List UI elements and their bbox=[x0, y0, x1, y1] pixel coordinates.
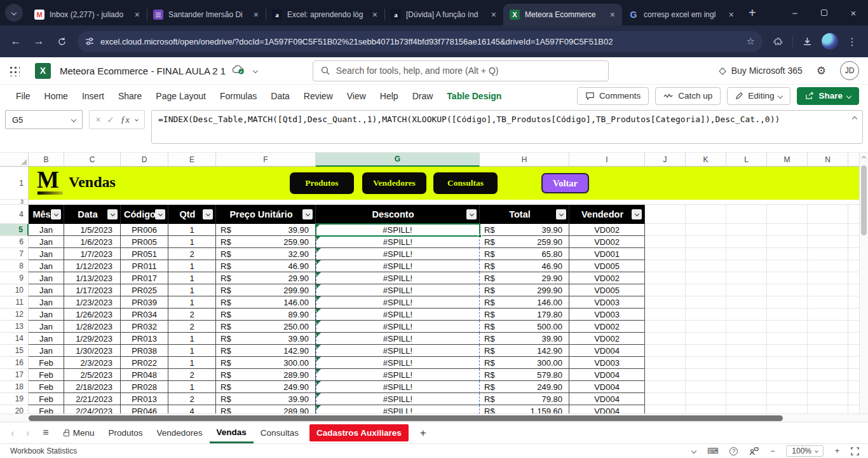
insert-function-icon[interactable]: ƒx bbox=[121, 114, 130, 125]
cell-vendedor[interactable]: VD005 bbox=[569, 260, 645, 272]
browser-tab[interactable]: Gcorresp excel em ingl× bbox=[622, 4, 741, 25]
empty-cell[interactable] bbox=[645, 381, 686, 393]
row-header-12[interactable]: 12 bbox=[0, 309, 29, 321]
empty-cell[interactable] bbox=[808, 321, 848, 333]
app-launcher-icon[interactable] bbox=[9, 66, 20, 76]
cell-codigo[interactable]: PR032 bbox=[121, 321, 168, 333]
cell-vendedor[interactable]: VD005 bbox=[569, 284, 645, 296]
cell-mes[interactable]: Jan bbox=[29, 236, 64, 248]
cell-total[interactable]: R$179.80 bbox=[480, 309, 569, 321]
row-header-9[interactable]: 9 bbox=[0, 272, 29, 284]
empty-cell[interactable] bbox=[645, 309, 686, 321]
filter-button-preco[interactable] bbox=[302, 209, 313, 219]
row-header-18[interactable]: 18 bbox=[0, 381, 29, 393]
zoom-in-button[interactable]: + bbox=[835, 447, 839, 455]
select-all-corner[interactable] bbox=[0, 153, 29, 167]
column-header-L[interactable]: L bbox=[726, 153, 767, 167]
sheet-tab-vendedores[interactable]: Vendedores bbox=[150, 422, 210, 443]
workbook-statistics-button[interactable]: Workbook Statistics bbox=[10, 447, 77, 455]
empty-cell[interactable] bbox=[808, 260, 848, 272]
empty-cell[interactable] bbox=[645, 357, 686, 369]
empty-cell[interactable] bbox=[686, 309, 726, 321]
cell-preco[interactable]: R$39.90 bbox=[216, 224, 316, 236]
table-header-vendedor[interactable]: Vendedor bbox=[569, 205, 645, 224]
table-header-data[interactable]: Data bbox=[64, 205, 121, 224]
empty-cell[interactable] bbox=[726, 345, 767, 357]
empty-cell[interactable] bbox=[726, 309, 767, 321]
cell-data[interactable]: 1/6/2023 bbox=[64, 236, 121, 248]
cell-total[interactable]: R$299.90 bbox=[480, 284, 569, 296]
row-header-20[interactable]: 20 bbox=[0, 405, 29, 413]
column-header-E[interactable]: E bbox=[168, 153, 216, 167]
cell-total[interactable]: R$65.80 bbox=[480, 248, 569, 260]
cell-data[interactable]: 2/21/2023 bbox=[64, 393, 121, 405]
cell-vendedor[interactable]: VD004 bbox=[569, 345, 645, 357]
row-header-16[interactable]: 16 bbox=[0, 357, 29, 369]
menu-item-table-design[interactable]: Table Design bbox=[440, 91, 508, 101]
row-header-11[interactable]: 11 bbox=[0, 296, 29, 309]
cell-codigo[interactable]: PR005 bbox=[121, 236, 168, 248]
banner-button-produtos[interactable]: Produtos bbox=[290, 172, 354, 194]
tab-close-icon[interactable]: × bbox=[727, 10, 736, 20]
empty-cell[interactable] bbox=[645, 369, 686, 381]
cancel-icon[interactable]: × bbox=[96, 114, 101, 125]
cell-qtd[interactable]: 1 bbox=[168, 284, 216, 296]
row-header-15[interactable]: 15 bbox=[0, 345, 29, 357]
empty-cell[interactable] bbox=[645, 393, 686, 405]
cell-data[interactable]: 1/7/2023 bbox=[64, 248, 121, 260]
address-bar[interactable]: excel.cloud.microsoft/open/onedrive/?doc… bbox=[78, 31, 763, 52]
formula-input[interactable]: =INDEX(Desc_Table,MATCH([Qtd],Desc_Quant… bbox=[151, 110, 863, 144]
cell-preco[interactable]: R$300.00 bbox=[216, 357, 316, 369]
cell-data[interactable]: 1/5/2023 bbox=[64, 224, 121, 236]
cell-data[interactable]: 1/26/2023 bbox=[64, 309, 121, 321]
empty-cell[interactable] bbox=[686, 224, 726, 236]
empty-cell[interactable] bbox=[808, 296, 848, 309]
share-button[interactable]: Share bbox=[797, 87, 859, 105]
empty-cell[interactable] bbox=[808, 309, 848, 321]
sheet-prev-icon[interactable]: ‹ bbox=[5, 427, 20, 440]
row-header-7[interactable]: 7 bbox=[0, 248, 29, 260]
cell-total[interactable]: R$29.90 bbox=[480, 272, 569, 284]
column-header-I[interactable]: I bbox=[569, 153, 645, 167]
empty-cell[interactable] bbox=[686, 345, 726, 357]
cell-vendedor[interactable]: VD001 bbox=[569, 248, 645, 260]
empty-cell[interactable] bbox=[645, 205, 686, 224]
column-header-G[interactable]: G bbox=[316, 153, 480, 167]
cloud-saved-icon[interactable] bbox=[232, 64, 245, 77]
comments-button[interactable]: Comments bbox=[577, 87, 649, 105]
cell-preco[interactable]: R$250.00 bbox=[216, 321, 316, 333]
banner-button-consultas[interactable]: Consultas bbox=[433, 172, 498, 194]
add-sheet-button[interactable]: + bbox=[412, 427, 434, 440]
table-header-total[interactable]: Total bbox=[480, 205, 569, 224]
empty-cell[interactable] bbox=[767, 236, 808, 248]
cell-data[interactable]: 1/30/2023 bbox=[64, 345, 121, 357]
cell-desconto[interactable]: #SPILL! bbox=[316, 393, 480, 405]
cell-desconto[interactable]: #SPILL! bbox=[316, 284, 480, 296]
menu-item-view[interactable]: View bbox=[340, 91, 373, 101]
cell-preco[interactable]: R$142.90 bbox=[216, 345, 316, 357]
cell-desconto[interactable]: #SPILL! bbox=[316, 224, 480, 236]
cell-data[interactable]: 1/17/2023 bbox=[64, 284, 121, 296]
empty-cell[interactable] bbox=[726, 272, 767, 284]
cell-preco[interactable]: R$146.00 bbox=[216, 296, 316, 309]
row-header-1[interactable]: 1 bbox=[0, 167, 29, 200]
cell-qtd[interactable]: 1 bbox=[168, 224, 216, 236]
row-header-13[interactable]: 13 bbox=[0, 321, 29, 333]
voltar-button[interactable]: Voltar bbox=[541, 173, 589, 193]
enter-check-icon[interactable]: ✓ bbox=[107, 114, 114, 125]
close-window-button[interactable]: × bbox=[839, 0, 868, 25]
document-title[interactable]: Meteora Ecommerce - FINAL AULA 2 1 bbox=[60, 66, 226, 76]
row-header-3[interactable]: 3 bbox=[0, 200, 29, 205]
download-icon[interactable] bbox=[802, 36, 813, 47]
cell-codigo[interactable]: PR048 bbox=[121, 369, 168, 381]
empty-cell[interactable] bbox=[808, 345, 848, 357]
empty-cell[interactable] bbox=[686, 333, 726, 345]
cell-codigo[interactable]: PR011 bbox=[121, 260, 168, 272]
cell-data[interactable]: 2/3/2023 bbox=[64, 357, 121, 369]
empty-cell[interactable] bbox=[767, 405, 808, 413]
cell-total[interactable]: R$249.90 bbox=[480, 381, 569, 393]
sheet-tab-cadastros-auxiliares[interactable]: Cadastros Auxiliares bbox=[309, 424, 409, 441]
menu-item-insert[interactable]: Insert bbox=[75, 91, 111, 101]
empty-cell[interactable] bbox=[645, 248, 686, 260]
cell-total[interactable]: R$39.90 bbox=[480, 224, 569, 236]
